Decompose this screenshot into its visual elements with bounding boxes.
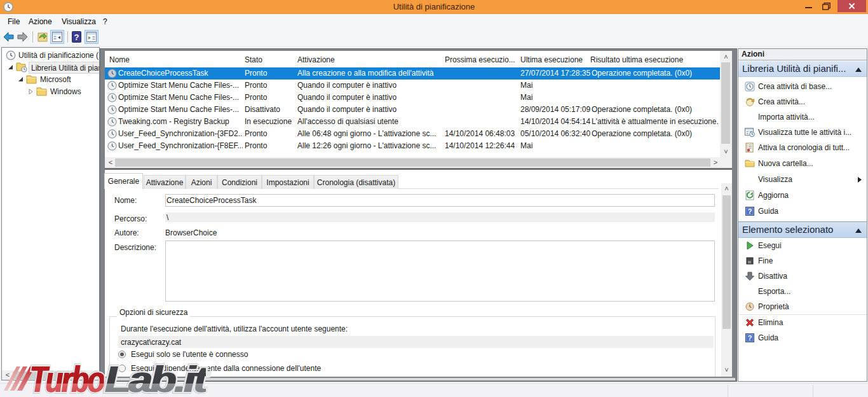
svg-text:?: ? (748, 334, 752, 342)
svg-text:?: ? (74, 32, 79, 42)
svg-text:?: ? (748, 207, 752, 215)
